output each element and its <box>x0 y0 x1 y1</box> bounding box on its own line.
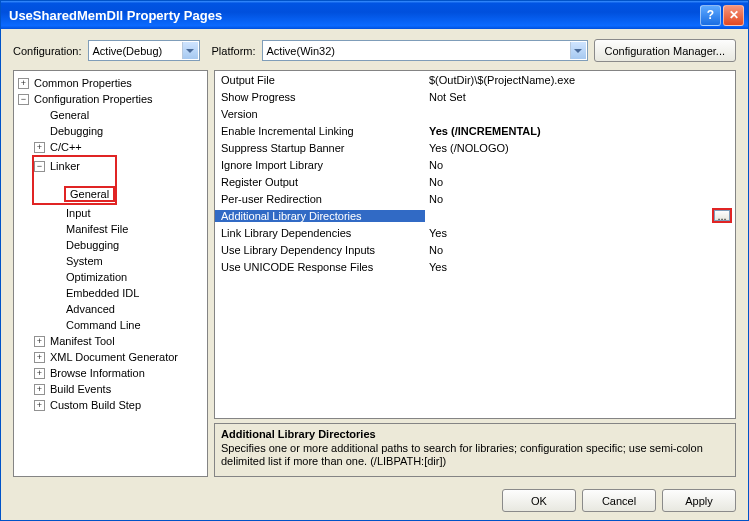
description-text: Specifies one or more additional paths t… <box>221 442 729 468</box>
right-column: Output File$(OutDir)\$(ProjectName).exeS… <box>214 70 736 477</box>
property-name: Version <box>215 108 425 120</box>
titlebar: UseSharedMemDll Property Pages ? ✕ <box>1 1 748 29</box>
close-button[interactable]: ✕ <box>723 5 744 26</box>
platform-combo[interactable]: Active(Win32) <box>262 40 588 61</box>
top-row: Configuration: Active(Debug) Platform: A… <box>13 39 736 62</box>
property-value[interactable]: Yes <box>425 261 735 273</box>
tree-node-linker-input[interactable]: Input <box>16 205 205 221</box>
tree-node-linker-general[interactable]: General <box>34 186 115 202</box>
property-row[interactable]: Register OutputNo <box>215 173 735 190</box>
config-manager-label: Configuration Manager... <box>605 45 725 57</box>
tree-node-ccpp[interactable]: +C/C++ <box>16 139 205 155</box>
help-button[interactable]: ? <box>700 5 721 26</box>
linker-highlight-outer: −Linker General <box>16 155 205 205</box>
property-value[interactable]: $(OutDir)\$(ProjectName).exe <box>425 74 735 86</box>
property-value[interactable]: Yes <box>425 227 735 239</box>
apply-button[interactable]: Apply <box>662 489 736 512</box>
property-name: Additional Library Directories <box>215 210 425 222</box>
property-name: Output File <box>215 74 425 86</box>
tree-node-debugging[interactable]: Debugging <box>16 123 205 139</box>
property-value[interactable]: No <box>425 193 735 205</box>
dialog-window: UseSharedMemDll Property Pages ? ✕ Confi… <box>0 0 749 521</box>
dialog-buttons: OK Cancel Apply <box>13 485 736 512</box>
property-value[interactable]: No <box>425 176 735 188</box>
window-title: UseSharedMemDll Property Pages <box>5 8 700 23</box>
titlebar-buttons: ? ✕ <box>700 5 744 26</box>
property-value[interactable]: Yes (/INCREMENTAL) <box>425 125 735 137</box>
property-grid[interactable]: Output File$(OutDir)\$(ProjectName).exeS… <box>214 70 736 419</box>
property-name: Link Library Dependencies <box>215 227 425 239</box>
tree-node-browse[interactable]: +Browse Information <box>16 365 205 381</box>
property-row[interactable]: Link Library DependenciesYes <box>215 224 735 241</box>
property-row[interactable]: Use Library Dependency InputsNo <box>215 241 735 258</box>
tree-panel[interactable]: +Common Properties −Configuration Proper… <box>13 70 208 477</box>
configuration-label: Configuration: <box>13 45 82 57</box>
property-name: Use UNICODE Response Files <box>215 261 425 273</box>
property-value[interactable]: Yes (/NOLOGO) <box>425 142 735 154</box>
configuration-combo[interactable]: Active(Debug) <box>88 40 200 61</box>
tree-node-manifest-tool[interactable]: +Manifest Tool <box>16 333 205 349</box>
property-name: Use Library Dependency Inputs <box>215 244 425 256</box>
property-value[interactable]: ... <box>425 208 735 223</box>
configuration-value: Active(Debug) <box>93 45 163 57</box>
config-manager-button[interactable]: Configuration Manager... <box>594 39 736 62</box>
tree-node-linker-cmd[interactable]: Command Line <box>16 317 205 333</box>
tree-node-general[interactable]: General <box>16 107 205 123</box>
tree-node-buildev[interactable]: +Build Events <box>16 381 205 397</box>
platform-value: Active(Win32) <box>267 45 335 57</box>
tree-node-linker-opt[interactable]: Optimization <box>16 269 205 285</box>
ellipsis-highlight: ... <box>712 208 732 223</box>
property-row[interactable]: Enable Incremental LinkingYes (/INCREMEN… <box>215 122 735 139</box>
tree-node-linker[interactable]: −Linker <box>34 158 115 174</box>
property-row[interactable]: Show ProgressNot Set <box>215 88 735 105</box>
browse-button[interactable]: ... <box>714 210 730 221</box>
property-row[interactable]: Per-user RedirectionNo <box>215 190 735 207</box>
cancel-button[interactable]: Cancel <box>582 489 656 512</box>
property-name: Ignore Import Library <box>215 159 425 171</box>
tree-node-linker-debug[interactable]: Debugging <box>16 237 205 253</box>
property-row[interactable]: Suppress Startup BannerYes (/NOLOGO) <box>215 139 735 156</box>
content-area: Configuration: Active(Debug) Platform: A… <box>1 29 748 520</box>
tree-node-config[interactable]: −Configuration Properties <box>16 91 205 107</box>
property-name: Show Progress <box>215 91 425 103</box>
tree-node-xmldoc[interactable]: +XML Document Generator <box>16 349 205 365</box>
property-row[interactable]: Version <box>215 105 735 122</box>
property-value[interactable]: No <box>425 244 735 256</box>
property-name: Suppress Startup Banner <box>215 142 425 154</box>
property-row[interactable]: Ignore Import LibraryNo <box>215 156 735 173</box>
property-name: Per-user Redirection <box>215 193 425 205</box>
panels: +Common Properties −Configuration Proper… <box>13 70 736 477</box>
property-name: Enable Incremental Linking <box>215 125 425 137</box>
property-name: Register Output <box>215 176 425 188</box>
property-row[interactable]: Output File$(OutDir)\$(ProjectName).exe <box>215 71 735 88</box>
chevron-down-icon[interactable] <box>570 42 586 59</box>
tree-node-linker-manifest[interactable]: Manifest File <box>16 221 205 237</box>
tree-node-linker-adv[interactable]: Advanced <box>16 301 205 317</box>
description-box: Additional Library Directories Specifies… <box>214 423 736 477</box>
tree-node-linker-idl[interactable]: Embedded IDL <box>16 285 205 301</box>
description-title: Additional Library Directories <box>221 428 729 440</box>
property-value[interactable]: No <box>425 159 735 171</box>
ok-button[interactable]: OK <box>502 489 576 512</box>
property-row[interactable]: Additional Library Directories... <box>215 207 735 224</box>
tree-node-custom[interactable]: +Custom Build Step <box>16 397 205 413</box>
property-value[interactable]: Not Set <box>425 91 735 103</box>
tree-node-linker-system[interactable]: System <box>16 253 205 269</box>
platform-label: Platform: <box>212 45 256 57</box>
tree-node-common[interactable]: +Common Properties <box>16 75 205 91</box>
chevron-down-icon[interactable] <box>182 42 198 59</box>
linker-highlight-box: −Linker General <box>32 155 117 205</box>
property-row[interactable]: Use UNICODE Response FilesYes <box>215 258 735 275</box>
